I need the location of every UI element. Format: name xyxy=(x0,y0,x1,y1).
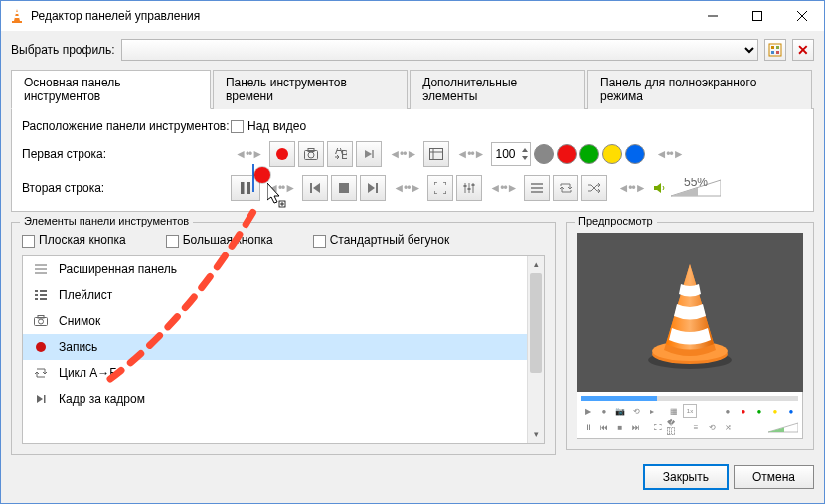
svg-rect-23 xyxy=(376,183,378,193)
tab-extra[interactable]: Дополнительные элементы xyxy=(410,70,585,109)
list-item[interactable]: Плейлист xyxy=(23,282,544,308)
svg-rect-40 xyxy=(35,298,38,300)
spacer-icon: ◄••► xyxy=(385,147,420,161)
record-icon xyxy=(33,342,49,352)
elements-list[interactable]: Расширенная панель Плейлист Снимок Запис… xyxy=(22,255,545,444)
svg-rect-19 xyxy=(241,182,245,194)
mini-icon: ▶ xyxy=(581,404,595,418)
list-item[interactable]: Запись xyxy=(23,334,544,360)
app-icon xyxy=(9,8,25,24)
record-slot[interactable] xyxy=(269,141,295,167)
svg-rect-2 xyxy=(752,12,761,21)
stop-slot[interactable] xyxy=(331,175,357,201)
minimize-button[interactable] xyxy=(690,1,735,31)
next-slot[interactable] xyxy=(360,175,386,201)
elements-group: Элементы панели инструментов Плоская кно… xyxy=(11,222,556,454)
svg-rect-29 xyxy=(472,184,475,186)
svg-rect-5 xyxy=(769,44,781,56)
svg-rect-16 xyxy=(430,149,443,160)
row2-toolbar[interactable]: ◄••► ◄••► ◄••► ◄••► 55% xyxy=(231,175,721,201)
camera-icon xyxy=(33,315,49,326)
svg-rect-21 xyxy=(310,183,312,193)
snapshot-slot[interactable] xyxy=(298,141,324,167)
footer: Закрыть Отмена xyxy=(11,465,814,489)
list-icon xyxy=(33,290,49,300)
spacer-icon: ◄••► xyxy=(263,181,299,195)
zoom-value: 100 xyxy=(495,147,515,161)
svg-rect-0 xyxy=(12,21,22,23)
row1: Первая строка: ◄••► AB ◄••► ◄••► 100 xyxy=(22,141,803,167)
svg-rect-6 xyxy=(771,46,774,49)
scrollbar[interactable]: ▴▾ xyxy=(527,256,544,443)
svg-rect-9 xyxy=(776,51,779,54)
prev-slot[interactable] xyxy=(302,175,328,201)
svg-rect-44 xyxy=(38,316,44,319)
preview-controls: ▶●📷⟲▸ ▦1x ●●●●● ⏸⏮■⏭ ⛶�⿲ ≡⟲⤨ xyxy=(577,392,803,439)
spacer-icon: ◄••► xyxy=(485,181,521,195)
swatch-green[interactable] xyxy=(579,144,599,164)
svg-rect-8 xyxy=(771,51,774,54)
tab-time[interactable]: Панель инструментов времени xyxy=(213,70,408,109)
list-item[interactable]: Кадр за кадром xyxy=(23,386,544,412)
profile-label: Выбрать профиль: xyxy=(11,43,115,57)
play-pause-slot[interactable] xyxy=(231,175,260,201)
profile-select[interactable] xyxy=(121,39,758,61)
spacer-icon: ◄••► xyxy=(613,181,649,195)
fullscreen-slot[interactable] xyxy=(427,175,453,201)
eq-slot[interactable] xyxy=(456,175,482,201)
maximize-button[interactable] xyxy=(735,1,779,31)
svg-rect-37 xyxy=(40,290,47,292)
volume-widget[interactable]: 55% xyxy=(653,178,721,198)
window-title: Редактор панелей управления xyxy=(31,9,690,23)
close-dialog-button[interactable]: Закрыть xyxy=(644,465,728,489)
tab-fullscreen[interactable]: Панель для полноэкранного режима xyxy=(587,70,812,109)
spacer-icon: ◄••► xyxy=(389,181,424,195)
svg-rect-7 xyxy=(776,46,779,49)
preview-title: Предпросмотр xyxy=(575,215,657,227)
loop-slot[interactable]: AB xyxy=(327,141,353,167)
tab-panel: Расположение панели инструментов: Над ви… xyxy=(11,108,814,212)
volume-label: 55% xyxy=(684,178,708,189)
loop-icon xyxy=(33,367,49,379)
list-item[interactable]: Снимок xyxy=(23,308,544,334)
shuffle-slot[interactable] xyxy=(581,175,607,201)
svg-point-11 xyxy=(308,152,314,158)
zoom-spin[interactable]: 100 xyxy=(491,142,531,166)
opt-big[interactable]: Большая кнопка xyxy=(166,233,273,247)
new-profile-button[interactable] xyxy=(764,39,786,61)
playlist-slot[interactable] xyxy=(423,141,449,167)
list-item[interactable]: Цикл A→Б xyxy=(23,360,544,386)
spacer-icon: ◄••► xyxy=(651,147,687,161)
opt-flat[interactable]: Плоская кнопка xyxy=(22,233,126,247)
swatch-yellow[interactable] xyxy=(602,144,622,164)
row1-label: Первая строка: xyxy=(22,147,231,161)
playlist2-slot[interactable] xyxy=(524,175,550,201)
cancel-button[interactable]: Отмена xyxy=(734,465,814,489)
tab-main[interactable]: Основная панель инструментов xyxy=(11,70,211,109)
preview-group: Предпросмотр xyxy=(566,222,814,450)
svg-rect-28 xyxy=(468,188,471,190)
row1-toolbar[interactable]: ◄••► AB ◄••► ◄••► 100 ◄••► xyxy=(231,141,688,167)
repeat-slot[interactable] xyxy=(553,175,578,201)
swatch-red[interactable] xyxy=(557,144,577,164)
speaker-icon xyxy=(653,181,667,195)
svg-rect-41 xyxy=(40,298,47,300)
elements-title: Элементы панели инструментов xyxy=(20,215,193,227)
list-item[interactable]: Расширенная панель xyxy=(23,256,544,282)
close-button[interactable] xyxy=(779,1,824,31)
placement-checkbox[interactable]: Над видео xyxy=(231,119,439,133)
spacer-icon: ◄••► xyxy=(231,147,266,161)
profile-row: Выбрать профиль: ✕ xyxy=(11,39,814,61)
swatch-grey[interactable] xyxy=(534,144,554,164)
framestep-slot[interactable] xyxy=(356,141,382,167)
svg-rect-22 xyxy=(339,183,349,193)
svg-rect-20 xyxy=(248,182,251,194)
svg-rect-36 xyxy=(35,290,38,292)
opt-slider[interactable]: Стандартный бегунок xyxy=(313,233,450,247)
svg-point-43 xyxy=(39,319,44,324)
swatch-blue[interactable] xyxy=(625,144,645,164)
placement-label: Расположение панели инструментов: xyxy=(22,119,231,133)
mini-seekbar[interactable] xyxy=(581,396,798,401)
cone-icon xyxy=(630,252,749,372)
delete-profile-button[interactable]: ✕ xyxy=(792,39,814,61)
